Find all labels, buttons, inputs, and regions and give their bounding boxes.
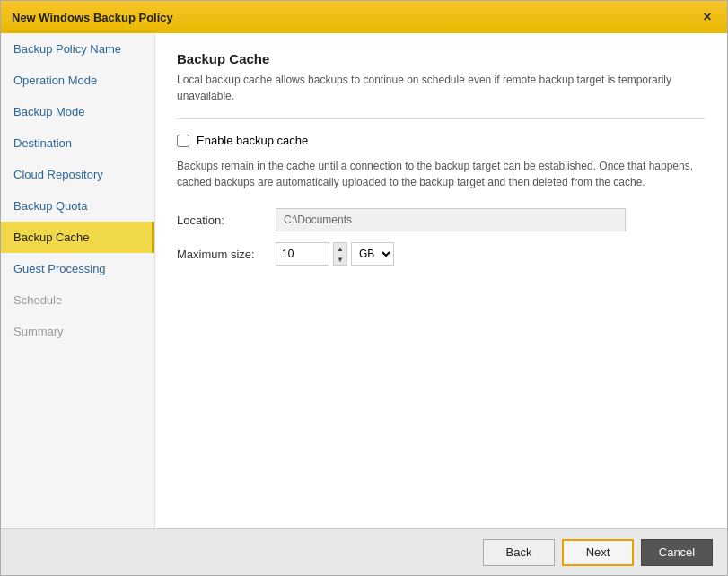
- divider: [177, 118, 706, 119]
- size-decrement-button[interactable]: ▼: [334, 254, 346, 265]
- max-size-row: Maximum size: ▲ ▼ MB GB TB: [177, 242, 706, 266]
- sidebar-item-backup-quota[interactable]: Backup Quota: [1, 190, 154, 222]
- sidebar-item-schedule: Schedule: [1, 284, 154, 316]
- cancel-button[interactable]: Cancel: [641, 539, 713, 566]
- title-bar: New Windows Backup Policy ×: [1, 1, 727, 33]
- enable-cache-label[interactable]: Enable backup cache: [197, 134, 308, 147]
- sidebar-item-backup-policy-name[interactable]: Backup Policy Name: [1, 33, 154, 65]
- enable-backup-cache-checkbox[interactable]: [177, 135, 189, 147]
- size-controls: ▲ ▼ MB GB TB: [276, 242, 394, 266]
- max-size-label: Maximum size:: [177, 248, 276, 261]
- sidebar-item-destination[interactable]: Destination: [1, 127, 154, 159]
- back-button[interactable]: Back: [483, 539, 555, 566]
- size-spinner: ▲ ▼: [333, 242, 347, 266]
- main-content: Backup Cache Local backup cache allows b…: [155, 33, 727, 528]
- size-value-input[interactable]: [276, 242, 329, 266]
- size-unit-select[interactable]: MB GB TB: [351, 242, 394, 266]
- dialog-footer: Back Next Cancel: [1, 528, 727, 575]
- sidebar: Backup Policy Name Operation Mode Backup…: [1, 33, 155, 528]
- sidebar-item-summary: Summary: [1, 316, 154, 347]
- sidebar-item-backup-cache[interactable]: Backup Cache: [1, 222, 154, 253]
- enable-cache-row: Enable backup cache: [177, 134, 706, 147]
- size-increment-button[interactable]: ▲: [334, 243, 346, 254]
- dialog-body: Backup Policy Name Operation Mode Backup…: [1, 33, 727, 528]
- sidebar-item-cloud-repository[interactable]: Cloud Repository: [1, 159, 154, 190]
- location-label: Location:: [177, 214, 276, 227]
- cache-description: Backups remain in the cache until a conn…: [177, 158, 706, 190]
- sidebar-item-guest-processing[interactable]: Guest Processing: [1, 253, 154, 284]
- section-title: Backup Cache: [177, 51, 706, 66]
- sidebar-item-backup-mode[interactable]: Backup Mode: [1, 96, 154, 127]
- dialog-title: New Windows Backup Policy: [12, 11, 173, 24]
- location-row: Location:: [177, 208, 706, 231]
- next-button[interactable]: Next: [562, 539, 634, 566]
- close-button[interactable]: ×: [698, 8, 716, 26]
- sidebar-item-operation-mode[interactable]: Operation Mode: [1, 65, 154, 96]
- section-description: Local backup cache allows backups to con…: [177, 72, 706, 104]
- location-input[interactable]: [276, 208, 626, 231]
- dialog-window: New Windows Backup Policy × Backup Polic…: [0, 0, 728, 576]
